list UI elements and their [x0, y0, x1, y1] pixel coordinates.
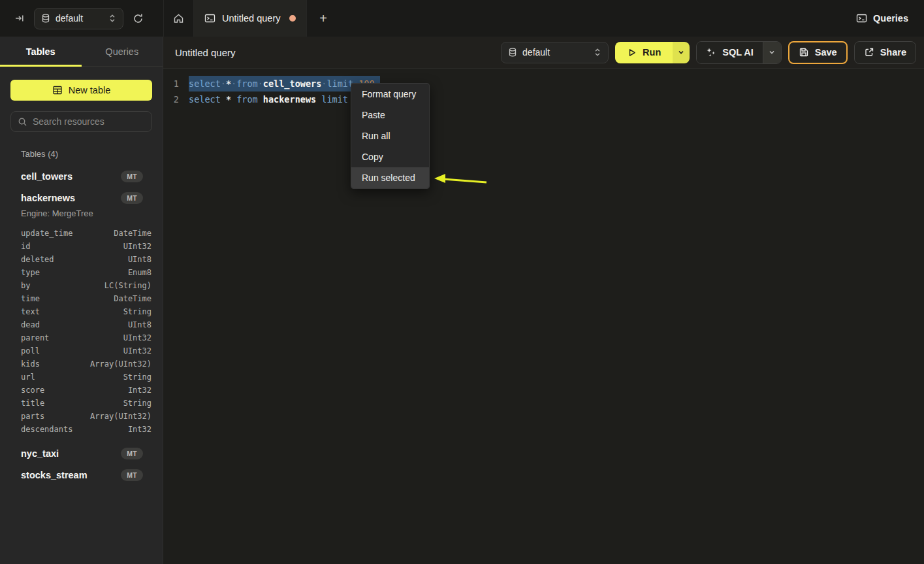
table-row[interactable]: hackernewsMT	[0, 187, 163, 208]
context-menu-item[interactable]: Run selected	[351, 167, 429, 188]
queries-button-label: Queries	[873, 13, 908, 24]
column-row: idUInt32	[0, 240, 163, 253]
sql-editor[interactable]: 1select·*·from·cell_towers·limit·1002sel…	[163, 69, 924, 564]
table-name: cell_towers	[21, 171, 72, 182]
chevron-up-down-icon	[108, 14, 116, 23]
save-button[interactable]: Save	[788, 41, 848, 64]
column-type: String	[123, 305, 151, 318]
column-name: url	[21, 371, 35, 384]
token-kw: from	[236, 78, 258, 89]
editor-lines: 1select·*·from·cell_towers·limit·1002sel…	[163, 76, 924, 107]
sidebar-tab-queries[interactable]: Queries	[82, 37, 163, 66]
token-kw: limit	[327, 78, 353, 89]
column-type: UInt8	[128, 253, 151, 266]
engine-badge: MT	[121, 171, 143, 182]
run-options-button[interactable]	[673, 42, 690, 63]
share-button[interactable]: Share	[854, 41, 916, 64]
new-table-button[interactable]: New table	[10, 80, 152, 101]
tables-list: cell_towersMThackernewsMTEngine: MergeTr…	[0, 165, 163, 486]
context-menu-item[interactable]: Copy	[351, 146, 429, 167]
code-line: 2select * from hackernews limit	[163, 91, 924, 107]
new-table-label: New table	[69, 85, 110, 95]
engine-badge: MT	[121, 192, 143, 204]
query-database-value: default	[522, 47, 588, 58]
column-name: title	[21, 397, 44, 410]
context-menu-item[interactable]: Run all	[351, 125, 429, 146]
table-row[interactable]: nyc_taxiMT	[0, 442, 163, 464]
queries-button[interactable]: Queries	[856, 0, 908, 37]
run-split-button: Run	[615, 42, 690, 63]
sql-ai-options-button[interactable]	[763, 42, 781, 63]
table-row[interactable]: cell_towersMT	[0, 165, 163, 187]
line-number: 2	[163, 91, 179, 107]
app-root: default Untitled query	[0, 0, 924, 564]
column-name: descendants	[21, 423, 72, 436]
column-type: UInt8	[128, 318, 151, 331]
token-kw: limit	[321, 94, 348, 105]
search-box	[10, 111, 152, 132]
search-input[interactable]	[33, 116, 145, 127]
column-type: Array(UInt32)	[90, 357, 151, 371]
column-name: deleted	[21, 253, 54, 266]
context-menu-item[interactable]: Format query	[351, 84, 429, 105]
tables-section-title: Tables (4)	[21, 149, 163, 159]
sidebar: Tables Queries New table Tables (4) cell…	[0, 37, 163, 564]
save-icon	[799, 47, 809, 58]
column-name: kids	[21, 357, 40, 371]
column-name: score	[21, 384, 44, 397]
column-type: UInt32	[123, 240, 151, 253]
play-icon	[627, 48, 637, 58]
chevron-down-icon	[768, 48, 776, 56]
token-sp: ·	[231, 78, 236, 89]
column-row: update_timeDateTime	[0, 227, 163, 240]
context-menu: Format queryPasteRun allCopyRun selected	[351, 83, 430, 189]
token-star: *	[226, 94, 231, 105]
table-engine: Engine: MergeTree	[0, 208, 163, 223]
sparkles-icon	[706, 47, 716, 58]
sidebar-tabs: Tables Queries	[0, 37, 163, 67]
database-icon	[41, 14, 50, 24]
table-name: hackernews	[21, 193, 75, 203]
sidebar-tab-tables[interactable]: Tables	[0, 37, 82, 66]
sidebar-collapse-button[interactable]	[9, 8, 30, 29]
column-name: id	[21, 240, 30, 253]
token-sp	[258, 94, 263, 105]
code-line: 1select·*·from·cell_towers·limit·100	[163, 76, 924, 91]
new-tab-button[interactable]: +	[307, 0, 339, 37]
column-type: UInt32	[123, 344, 151, 357]
line-number: 1	[163, 76, 179, 91]
refresh-button[interactable]	[127, 8, 148, 29]
run-button[interactable]: Run	[615, 42, 673, 63]
column-name: by	[21, 279, 30, 292]
context-menu-item[interactable]: Paste	[351, 105, 429, 125]
table-row[interactable]: stocks_streamMT	[0, 464, 163, 486]
active-tab-underline	[0, 65, 82, 67]
column-name: text	[21, 305, 40, 318]
column-row: titleString	[0, 397, 163, 410]
token-kw: from	[236, 94, 258, 105]
home-button[interactable]	[163, 0, 194, 37]
database-icon	[508, 48, 517, 58]
column-row: scoreInt32	[0, 384, 163, 397]
column-name: poll	[21, 344, 40, 357]
column-row: deletedUInt8	[0, 253, 163, 266]
column-row: parentUInt32	[0, 331, 163, 344]
column-name: parts	[21, 410, 44, 423]
main-panel: Untitled query default	[163, 37, 924, 564]
query-database-selector[interactable]: default	[501, 42, 609, 63]
topbar-left: default	[0, 0, 163, 37]
token-sp	[221, 94, 226, 105]
sql-ai-button[interactable]: SQL AI	[697, 42, 763, 63]
token-sp	[231, 94, 236, 105]
topbar-database-selector[interactable]: default	[34, 8, 123, 29]
token-sp: ·	[221, 78, 226, 89]
unsaved-dot	[289, 15, 296, 22]
tabstrip: Untitled query +	[163, 0, 339, 37]
code-content: select * from hackernews limit	[189, 91, 348, 107]
column-name: update_time	[21, 227, 72, 240]
token-sp: ·	[258, 78, 263, 89]
sql-ai-split-button: SQL AI	[696, 41, 782, 64]
tab-untitled-query[interactable]: Untitled query	[194, 0, 307, 37]
column-type: String	[123, 397, 151, 410]
arrow-to-right-icon	[14, 13, 25, 24]
